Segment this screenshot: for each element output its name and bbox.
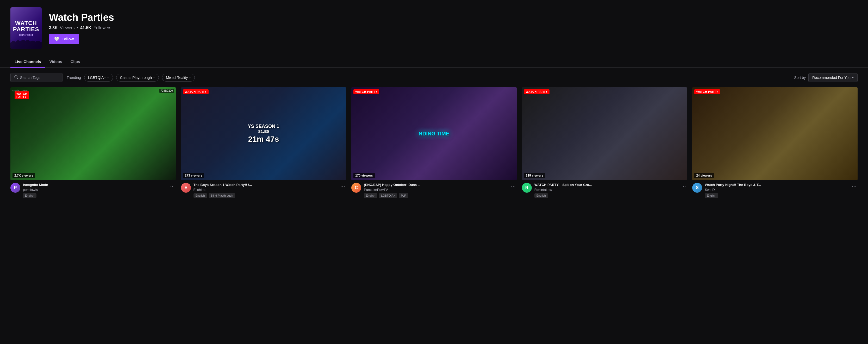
stream-card-5[interactable]: WATCH PARTY 24 viewers S Watch Party Nig… xyxy=(692,87,858,199)
stream-title-3: (ENG/ESP) Happy October! Dusa ... xyxy=(364,183,507,187)
plus-icon-1: + xyxy=(107,75,109,80)
tab-videos[interactable]: Videos xyxy=(45,56,66,68)
viewers-count: 3.3K xyxy=(49,26,58,30)
tag-english-3: English xyxy=(364,193,377,198)
viewers-label: Viewers xyxy=(60,26,75,30)
tag-english-2: English xyxy=(193,193,207,198)
stream-title-5: Watch Party Night!! The Boys & T... xyxy=(705,183,848,187)
watch-party-badge-2: WATCH PARTY xyxy=(183,89,209,94)
viewer-count-5: 24 viewers xyxy=(694,173,714,178)
page-title: Watch Parties xyxy=(49,12,114,23)
tab-live-channels[interactable]: Live Channels xyxy=(10,56,45,68)
more-options-3[interactable]: ⋯ xyxy=(510,183,517,190)
tag-mixed-label: Mixed Reality xyxy=(166,75,188,80)
stream-channel-5: SwInD xyxy=(705,188,848,192)
more-options-1[interactable]: ⋯ xyxy=(169,183,176,190)
stream-meta-2: The Boys Season 1 Watch Party!! !... Ell… xyxy=(193,183,337,198)
tag-english-1: English xyxy=(23,193,36,198)
stream-tags-2: English Blind Playthrough xyxy=(193,193,337,198)
stream-tags-1: English xyxy=(23,193,166,198)
tab-clips[interactable]: Clips xyxy=(66,56,84,68)
thumb-subtitle: prime video xyxy=(19,34,33,36)
stream-channel-4: RekietaLaw xyxy=(534,188,678,192)
stream-tags-4: English xyxy=(534,193,678,198)
followers-label: Followers xyxy=(93,26,111,30)
navigation-tabs: Live Channels Videos Clips xyxy=(0,56,868,68)
stream-channel-3: PancakePowTV xyxy=(364,188,507,192)
watch-party-badge-1: WATCH PARTY xyxy=(14,91,29,99)
top-right-overlay-1: 7086/7200 xyxy=(159,89,174,93)
stream-tags-3: English LGBTQIA+ PvP xyxy=(364,193,507,198)
more-options-5[interactable]: ⋯ xyxy=(851,183,858,190)
tag-casual-label: Casual Playthrough xyxy=(120,75,152,80)
avatar-5: S xyxy=(692,183,702,193)
search-icon xyxy=(14,75,18,80)
sort-dropdown[interactable]: Recommended For You ▾ xyxy=(808,73,858,82)
chevron-down-icon: ▾ xyxy=(852,76,854,80)
viewer-count-4: 119 viewers xyxy=(524,173,545,178)
tag-lgbtqia[interactable]: LGBTQIA+ + xyxy=(84,74,113,82)
tag-english-4: English xyxy=(534,193,548,198)
watch-party-badge-4: WATCH PARTY xyxy=(524,89,550,94)
stream-info-3: C (ENG/ESP) Happy October! Dusa ... Panc… xyxy=(351,180,517,199)
plus-icon-2: + xyxy=(153,75,155,80)
filters-row: Search Tags Trending LGBTQIA+ + Casual P… xyxy=(0,68,868,87)
thumb-overlay-text-3: NDING TIME xyxy=(419,131,450,137)
search-placeholder: Search Tags xyxy=(20,75,40,80)
thumb-text-parties: PARTIES xyxy=(13,26,39,33)
thumb-overlay-text-2: YS SEASON 1 S1:E5 21m 47s xyxy=(248,124,279,144)
avatar-4: R xyxy=(522,183,532,193)
stream-meta-3: (ENG/ESP) Happy October! Dusa ... Pancak… xyxy=(364,183,507,198)
stream-tags-5: English xyxy=(705,193,848,198)
more-options-4[interactable]: ⋯ xyxy=(680,183,687,190)
stream-meta-5: Watch Party Night!! The Boys & T... SwIn… xyxy=(705,183,848,198)
followers-count: 41.5K xyxy=(80,26,91,30)
stream-info-2: E The Boys Season 1 Watch Party!! !... E… xyxy=(181,180,346,199)
tag-casual-playthrough[interactable]: Casual Playthrough + xyxy=(116,74,159,82)
follow-button[interactable]: 🤍 Follow xyxy=(49,34,79,44)
streams-grid: starting stream WATCH PARTY 7086/7200 2.… xyxy=(0,87,868,209)
stream-meta-1: Incognito Mode pokelawls English xyxy=(23,183,166,198)
stream-info-5: S Watch Party Night!! The Boys & T... Sw… xyxy=(692,180,858,199)
tag-blind: Blind Playthrough xyxy=(209,193,235,198)
sort-value: Recommended For You xyxy=(812,75,850,80)
follow-label: Follow xyxy=(61,37,74,41)
sort-section: Sort by Recommended For You ▾ xyxy=(794,73,858,82)
dot-separator: • xyxy=(76,26,78,30)
stream-title-1: Incognito Mode xyxy=(23,183,166,187)
thumb-text-watch: WATCH xyxy=(15,20,37,26)
category-info: Watch Parties 3.3K Viewers • 41.5K Follo… xyxy=(49,12,114,44)
stream-meta-4: WATCH PARTY: I Spit on Your Gra... Rekie… xyxy=(534,183,678,198)
tag-lgbtqia-badge: LGBTQIA+ xyxy=(379,193,397,198)
search-tags-input[interactable]: Search Tags xyxy=(10,73,62,82)
watch-party-badge-5: WATCH PARTY xyxy=(694,89,720,94)
avatar-3: C xyxy=(351,183,361,193)
svg-line-1 xyxy=(17,78,18,79)
viewer-count-3: 170 viewers xyxy=(353,173,374,178)
category-header: WATCH PARTIES prime video Watch Parties … xyxy=(0,0,868,55)
tag-mixed-reality[interactable]: Mixed Reality + xyxy=(162,74,195,82)
stream-info-4: R WATCH PARTY: I Spit on Your Gra... Rek… xyxy=(522,180,687,199)
viewer-count-1: 2.7K viewers xyxy=(12,173,35,178)
stream-card-2[interactable]: WATCH PARTY YS SEASON 1 S1:E5 21m 47s 27… xyxy=(181,87,346,199)
sort-label: Sort by xyxy=(794,75,806,80)
stream-title-2: The Boys Season 1 Watch Party!! !... xyxy=(193,183,337,187)
tag-english-5: English xyxy=(705,193,718,198)
stream-card-3[interactable]: WATCH PARTY NDING TIME 170 viewers C (EN… xyxy=(351,87,517,199)
viewer-count-2: 273 viewers xyxy=(183,173,204,178)
stream-title-4: WATCH PARTY: I Spit on Your Gra... xyxy=(534,183,678,187)
stream-channel-1: pokelawls xyxy=(23,188,166,192)
more-options-2[interactable]: ⋯ xyxy=(339,183,346,190)
stream-thumbnail-5: WATCH PARTY 24 viewers xyxy=(692,87,858,180)
stream-info-1: P Incognito Mode pokelawls English ⋯ xyxy=(10,180,176,199)
plus-icon-3: + xyxy=(189,75,191,80)
stream-card-1[interactable]: starting stream WATCH PARTY 7086/7200 2.… xyxy=(10,87,176,199)
stream-thumbnail-3: WATCH PARTY NDING TIME 170 viewers xyxy=(351,87,517,180)
stream-card-4[interactable]: WATCH PARTY 119 viewers R WATCH PARTY: I… xyxy=(522,87,687,199)
tag-pvp: PvP xyxy=(399,193,408,198)
heart-icon: 🤍 xyxy=(54,36,59,41)
stream-thumbnail-2: WATCH PARTY YS SEASON 1 S1:E5 21m 47s 27… xyxy=(181,87,346,180)
category-stats: 3.3K Viewers • 41.5K Followers xyxy=(49,26,114,30)
trending-label: Trending xyxy=(67,75,81,80)
stream-thumbnail-4: WATCH PARTY 119 viewers xyxy=(522,87,687,180)
